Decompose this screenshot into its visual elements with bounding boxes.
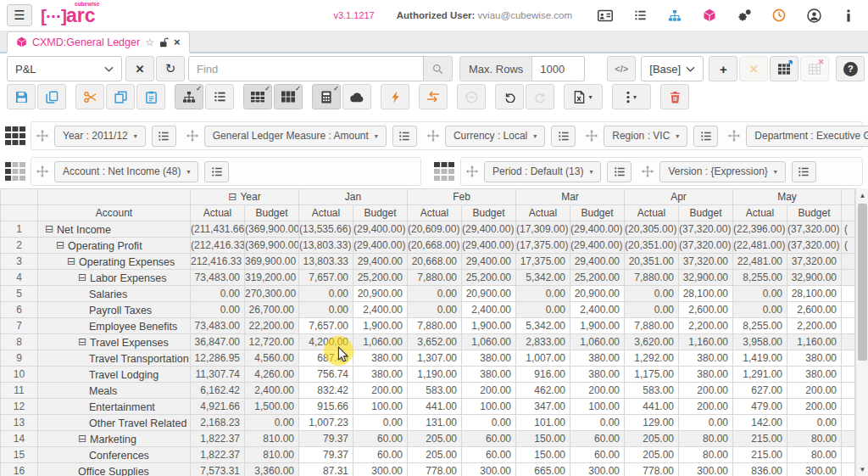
list-icon[interactable] — [632, 8, 648, 23]
row-number[interactable]: 9 — [1, 350, 38, 367]
paste-button[interactable] — [136, 84, 165, 109]
value-cell[interactable]: 5,342.00 — [516, 318, 570, 334]
value-cell[interactable]: 0.00 — [299, 302, 353, 318]
row-number[interactable]: 15 — [1, 447, 38, 463]
value-cell[interactable]: 1,822.37 — [191, 447, 245, 463]
value-cell[interactable]: 0.00 — [191, 286, 245, 302]
hamburger-menu-button[interactable]: ☰ — [7, 4, 32, 26]
value-cell[interactable]: 7,880.00 — [625, 318, 679, 334]
value-cell[interactable]: (13,803.33) — [299, 238, 353, 254]
value-cell[interactable]: 7,880.00 — [408, 270, 462, 286]
account-cell[interactable]: Office Supplies — [38, 463, 191, 476]
value-cell[interactable]: 1,160.00 — [679, 334, 733, 350]
value-cell[interactable]: 778.00 — [625, 463, 679, 476]
value-cell[interactable]: (13,535.66) — [299, 221, 353, 238]
column-group-header[interactable]: Feb — [408, 189, 516, 205]
move-icon[interactable] — [466, 165, 478, 177]
value-cell[interactable]: 4,200.00 — [299, 334, 353, 350]
unlock-icon[interactable] — [159, 37, 169, 48]
dimension-select[interactable]: Currency : Local▾ — [445, 126, 545, 147]
cut-button[interactable] — [75, 84, 104, 109]
value-cell[interactable]: 1,060.00 — [353, 334, 408, 350]
delete-button[interactable] — [660, 84, 689, 109]
value-cell[interactable]: 2,400.00 — [245, 383, 299, 399]
move-icon[interactable] — [427, 130, 439, 142]
value-cell[interactable]: 79.37 — [299, 431, 353, 447]
measure-header[interactable]: Actual — [299, 205, 353, 221]
value-cell[interactable]: 25,200.00 — [353, 270, 408, 286]
value-cell[interactable]: 100.00 — [570, 399, 625, 415]
refresh-button[interactable]: ↻ — [156, 56, 185, 81]
value-cell[interactable]: 1,419.00 — [733, 350, 787, 367]
row-number[interactable]: 1 — [1, 221, 38, 238]
value-cell[interactable]: (369,900.00) — [245, 238, 299, 254]
value-cell[interactable]: 5,342.00 — [516, 270, 570, 286]
value-cell[interactable]: 200.00 — [353, 383, 408, 399]
value-cell[interactable]: 1,291.00 — [733, 367, 787, 383]
value-cell[interactable]: 8,255.00 — [733, 318, 787, 334]
row-number[interactable]: 2 — [1, 238, 38, 254]
value-cell[interactable]: 1,900.00 — [570, 318, 625, 334]
account-cell[interactable]: ⊟Net Income — [38, 221, 191, 238]
account-cell[interactable]: Other Travel Related — [38, 415, 191, 431]
titles-zone-icon[interactable] — [4, 125, 26, 147]
measure-header[interactable]: Actual — [625, 205, 679, 221]
subset-list-icon[interactable] — [792, 161, 816, 182]
value-cell[interactable]: (29,400.00) — [353, 238, 408, 254]
value-cell[interactable]: 12,286.95 — [191, 350, 245, 367]
copy-button[interactable] — [37, 84, 66, 109]
overflow-cell[interactable] — [842, 367, 855, 383]
value-cell[interactable]: 8,255.00 — [733, 270, 787, 286]
scrollbar-thumb[interactable] — [858, 204, 867, 361]
user-icon[interactable] — [806, 8, 821, 23]
value-cell[interactable]: 810.00 — [245, 431, 299, 447]
value-cell[interactable]: 380.00 — [787, 350, 842, 367]
value-cell[interactable]: 25,200.00 — [462, 270, 516, 286]
value-cell[interactable]: 0.00 — [299, 286, 353, 302]
value-cell[interactable]: 0.00 — [408, 286, 462, 302]
add-button[interactable]: + — [709, 56, 737, 81]
value-cell[interactable]: (37,320.00) — [679, 221, 733, 238]
value-cell[interactable]: 583.00 — [625, 383, 679, 399]
value-cell[interactable]: 756.74 — [299, 367, 353, 383]
tab-cxmd-general-ledger[interactable]: CXMD:General Ledger ☆ × — [7, 31, 190, 53]
value-cell[interactable]: 1,007.23 — [299, 415, 353, 431]
value-cell[interactable]: 300.00 — [462, 463, 516, 476]
value-cell[interactable]: 441.00 — [625, 399, 679, 415]
value-cell[interactable]: 380.00 — [353, 350, 408, 367]
clear-view-button[interactable]: ✕ — [125, 56, 154, 81]
scroll-down-icon[interactable]: ▼ — [856, 462, 868, 476]
value-cell[interactable]: 60.00 — [462, 447, 516, 463]
value-cell[interactable]: (22,396.00) — [733, 221, 787, 238]
move-icon[interactable] — [642, 165, 654, 177]
value-cell[interactable]: 380.00 — [787, 367, 842, 383]
value-cell[interactable]: 832.42 — [299, 383, 353, 399]
find-input[interactable] — [188, 56, 424, 81]
value-cell[interactable]: (37,320.00) — [787, 221, 842, 238]
value-cell[interactable]: 1,500.00 — [245, 399, 299, 415]
dimension-select[interactable]: General Ledger Measure : Amount▾ — [204, 126, 387, 147]
value-cell[interactable]: 4,921.66 — [191, 399, 245, 415]
value-cell[interactable]: 20,668.00 — [408, 254, 462, 270]
value-cell[interactable]: 300.00 — [679, 463, 733, 476]
history-icon[interactable] — [771, 8, 787, 23]
value-cell[interactable]: (20,305.00) — [625, 221, 679, 238]
value-cell[interactable]: 150.00 — [516, 431, 570, 447]
subset-list-icon[interactable] — [392, 126, 417, 147]
favorite-star-icon[interactable]: ☆ — [145, 36, 154, 48]
value-cell[interactable]: 0.00 — [191, 302, 245, 318]
value-cell[interactable]: 60.00 — [353, 447, 408, 463]
value-cell[interactable]: 300.00 — [787, 463, 842, 476]
dimension-select[interactable]: Version : {Expression}▾ — [659, 161, 785, 182]
account-cell[interactable]: ⊟Operating Profit — [38, 238, 191, 254]
value-cell[interactable]: 1,900.00 — [462, 318, 516, 334]
account-cell[interactable]: Conferences — [38, 447, 191, 463]
value-cell[interactable]: 20,351.00 — [625, 254, 679, 270]
scroll-up-icon[interactable]: ▲ — [856, 188, 868, 202]
value-cell[interactable]: 0.00 — [462, 415, 516, 431]
row-number[interactable]: 10 — [1, 367, 38, 383]
value-cell[interactable]: 2,200.00 — [679, 318, 733, 334]
value-cell[interactable]: 205.00 — [625, 431, 679, 447]
row-number[interactable]: 4 — [1, 270, 38, 286]
account-cell[interactable]: Employee Benefits — [38, 318, 191, 334]
